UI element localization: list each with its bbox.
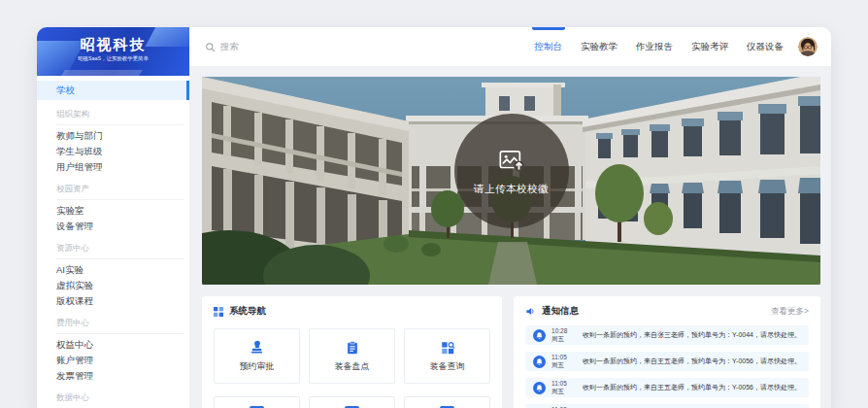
- notification-text: 收到一条新的预约，来自王五老师，预约单号为：Y-0056，请尽快处理。: [583, 357, 801, 366]
- sidebar-section-header: 组织架构: [56, 105, 184, 125]
- bell-icon: [533, 382, 546, 394]
- notification-item[interactable]: 10:28周五收到一条新的预约，来自张三老师，预约单号为：Y-0044，请尽快处…: [525, 325, 809, 345]
- sidebar-section: 资源中心AI实验虚拟实验版权课程: [37, 239, 189, 309]
- sidebar-item[interactable]: 学生与班级: [37, 144, 189, 159]
- notification-time: 11:05周五: [551, 354, 577, 370]
- notification-text: 收到一条新的预约，来自王五老师，预约单号为：Y-0056，请尽快处理。: [583, 383, 801, 392]
- sidebar-item[interactable]: 虚拟实验: [37, 278, 189, 293]
- notice-header: 通知信息 查看更多>: [525, 305, 809, 318]
- notification-time-hour: 10:28: [551, 327, 577, 335]
- topnav-item[interactable]: 控制台: [535, 27, 563, 66]
- sidebar-section: 数据中心系统概况: [37, 389, 189, 408]
- sidebar-section: 组织架构教师与部门学生与班级用户组管理: [37, 105, 189, 175]
- notification-time-hour: 11:05: [551, 380, 577, 388]
- sidebar-section-header: 数据中心: [56, 389, 184, 408]
- sidebar-section-header: 校园资产: [56, 180, 184, 200]
- notification-text: 收到一条新的预约，来自张三老师，预约单号为：Y-0044，请尽快处理。: [583, 330, 801, 340]
- grid-search-icon: [440, 340, 455, 356]
- system-nav-panel: 系统导航 预约审批装备盘点装备查询: [202, 296, 502, 408]
- campus-banner: 请上传本校校徽: [202, 77, 820, 285]
- search-input[interactable]: 搜索: [205, 41, 239, 53]
- sidebar-item-school-active[interactable]: 学校: [37, 81, 189, 100]
- notification-time-hour: 11:05: [551, 354, 577, 361]
- system-nav-title: 系统导航: [229, 305, 266, 318]
- sidebar-item[interactable]: 教师与部门: [37, 128, 189, 144]
- notification-time: 10:28周五: [551, 327, 577, 344]
- sidebar-menu: 组织架构教师与部门学生与班级用户组管理校园资产实验室设备管理资源中心AI实验虚拟…: [37, 105, 189, 408]
- view-more-link[interactable]: 查看更多>: [771, 306, 809, 318]
- topnav-item[interactable]: 作业报告: [636, 27, 673, 66]
- sidebar-item[interactable]: 发票管理: [37, 368, 189, 384]
- app-window: 昭视科技 昭视SaaS，让实验教学更简单 学校 组织架构教师与部门学生与班级用户…: [37, 27, 831, 408]
- nav-cards: 预约审批装备盘点装备查询: [214, 328, 490, 408]
- panels-row: 系统导航 预约审批装备盘点装备查询 通知信息 查看更多> 10:28周五收到一条…: [202, 296, 820, 408]
- search-icon: [205, 42, 216, 52]
- brand-tagline: 昭视SaaS，让实验教学更简单: [67, 55, 158, 63]
- sidebar-section: 费用中心权益中心账户管理发票管理: [37, 314, 189, 384]
- sidebar-item[interactable]: 账户管理: [37, 353, 189, 368]
- topnav-item[interactable]: 仪器设备: [747, 27, 784, 66]
- avatar-image: [798, 37, 818, 56]
- notification-item[interactable]: 11:05周五收到一条新的预约，来自王五老师，预约单号为：Y-0056，请尽快处…: [525, 378, 809, 397]
- upload-image-icon: [497, 146, 526, 175]
- sidebar-item[interactable]: AI实验: [37, 262, 189, 278]
- nav-card-partial[interactable]: [404, 396, 490, 408]
- notice-title: 通知信息: [542, 305, 579, 318]
- notification-time-day: 周五: [551, 388, 577, 395]
- sidebar-item[interactable]: 设备管理: [37, 219, 189, 234]
- user-avatar[interactable]: [798, 37, 818, 56]
- notification-time-day: 周五: [551, 335, 577, 343]
- notification-time-day: 周五: [551, 361, 577, 369]
- nav-card-label: 装备查询: [430, 360, 465, 373]
- topbar: 搜索 控制台实验教学作业报告实验考评仪器设备: [189, 27, 831, 66]
- sidebar-section: 校园资产实验室设备管理: [37, 180, 189, 234]
- bell-icon: [533, 356, 546, 368]
- brand-logo: 昭视科技 昭视SaaS，让实验教学更简单: [37, 27, 189, 76]
- notification-item[interactable]: 11:05周五收到一条新的预约，来自王五老师，预约单号为：Y-0056，请尽快处…: [525, 404, 809, 408]
- main-content: 请上传本校校徽 系统导航 预约审批装备盘点装备查询 通知信: [189, 66, 831, 408]
- sidebar-section-header: 费用中心: [56, 314, 184, 334]
- sidebar-item[interactable]: 权益中心: [37, 337, 189, 353]
- nav-card-partial[interactable]: [214, 396, 300, 408]
- sidebar-item[interactable]: 版权课程: [37, 293, 189, 309]
- topnav: 控制台实验教学作业报告实验考评仪器设备: [535, 27, 785, 66]
- search-placeholder: 搜索: [220, 41, 239, 53]
- upload-school-badge-button[interactable]: 请上传本校校徽: [454, 114, 569, 228]
- sidebar-item[interactable]: 用户组管理: [37, 159, 189, 175]
- topnav-item[interactable]: 实验考评: [691, 27, 728, 66]
- notification-item[interactable]: 11:05周五收到一条新的预约，来自王五老师，预约单号为：Y-0056，请尽快处…: [525, 352, 809, 371]
- sidebar: 昭视科技 昭视SaaS，让实验教学更简单 学校 组织架构教师与部门学生与班级用户…: [37, 27, 189, 408]
- upload-school-badge-label: 请上传本校校徽: [474, 183, 549, 196]
- brand-title: 昭视科技: [37, 36, 189, 54]
- notice-panel: 通知信息 查看更多> 10:28周五收到一条新的预约，来自张三老师，预约单号为：…: [514, 296, 820, 408]
- nav-card[interactable]: 预约审批: [214, 328, 300, 384]
- system-nav-header: 系统导航: [214, 305, 490, 318]
- sidebar-item[interactable]: 实验室: [37, 203, 189, 219]
- clipboard-icon: [345, 340, 360, 356]
- bell-icon: [533, 329, 546, 342]
- logo-decoration: [59, 70, 143, 76]
- speaker-icon: [525, 306, 536, 317]
- sidebar-section-header: 资源中心: [56, 239, 184, 259]
- nav-card[interactable]: 装备盘点: [309, 328, 395, 384]
- notification-time: 11:05周五: [551, 380, 577, 396]
- grid-icon: [214, 307, 223, 317]
- notice-list: 10:28周五收到一条新的预约，来自张三老师，预约单号为：Y-0044，请尽快处…: [525, 325, 809, 408]
- stamp-icon: [249, 339, 265, 356]
- nav-card[interactable]: 装备查询: [404, 328, 490, 384]
- nav-card-partial[interactable]: [309, 396, 395, 408]
- nav-card-label: 预约审批: [240, 360, 275, 373]
- nav-card-label: 装备盘点: [335, 360, 370, 373]
- topnav-item[interactable]: 实验教学: [581, 27, 618, 66]
